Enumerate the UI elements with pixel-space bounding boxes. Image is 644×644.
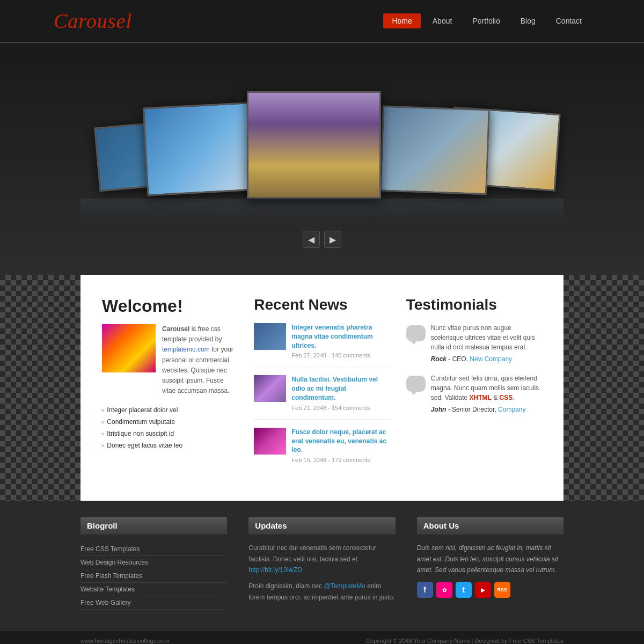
updates-text-pre: Curabitur nec dui venenatis sem consecte…	[248, 544, 376, 562]
updates-link-1[interactable]: http://bit.ly/13IwZO	[248, 566, 302, 574]
updates-section: Updates Curabitur nec dui venenatis sem …	[248, 517, 395, 610]
nav-home[interactable]: Home	[383, 13, 420, 28]
facebook-icon[interactable]: f	[417, 582, 433, 598]
author-role-2: Senior Director	[452, 406, 494, 413]
author-company-2[interactable]: Company	[498, 406, 525, 413]
arrow-icon-4: ›	[102, 443, 104, 449]
carousel-reflection	[80, 199, 564, 220]
news-thumb-2	[254, 375, 286, 402]
footer-copyright: Copyright © 2048 Your Company Name | Des…	[366, 638, 564, 644]
updates-text-2: Proin dignissim, diam nec @TemplateMo en…	[248, 581, 395, 603]
news-content-3: Fusce dolor neque, placerat ac erat vene…	[291, 428, 390, 463]
welcome-link-2: › Condimentum vulputate	[102, 416, 238, 428]
welcome-link-4: › Donec eget lacus vitae leo	[102, 440, 238, 451]
welcome-link-text-2[interactable]: Condimentum vulputate	[107, 418, 175, 426]
logo[interactable]: Carousel	[54, 9, 132, 33]
news-content-2: Nulla facilisi. Vestibulum vel odio ac m…	[291, 375, 390, 411]
xhtml-highlight: XHTML	[469, 394, 491, 401]
news-thumb-3	[254, 428, 286, 455]
testimonial-1: Nunc vitae purus non augue scelerisque u…	[406, 323, 542, 363]
carousel-image-4	[379, 106, 489, 195]
footer-bottom: www.heritagechristiancollege.com Copyrig…	[0, 631, 644, 644]
news-meta-1: Feb 27, 2048 - 140 comments	[291, 352, 390, 358]
news-item-3: Fusce dolor neque, placerat ac erat vene…	[254, 428, 390, 471]
checker-right	[564, 275, 644, 501]
main-nav: Home About Portfolio Blog Contact	[383, 13, 590, 28]
news-link-3[interactable]: Fusce dolor neque, placerat ac erat vene…	[291, 428, 386, 454]
amp-text: &	[492, 394, 500, 401]
blogroll-link-3[interactable]: Free Flash Templates	[80, 569, 227, 583]
recent-news-title: Recent News	[254, 296, 390, 313]
updates-link-2[interactable]: @TemplateMo	[324, 582, 365, 590]
welcome-links: › Integer placerat dolor vel › Condiment…	[102, 404, 238, 451]
news-thumb-1	[254, 323, 286, 350]
nav-about[interactable]: About	[424, 13, 461, 28]
arrow-icon-3: ›	[102, 431, 104, 437]
author-name-2: John	[431, 406, 447, 413]
welcome-title: Welcome!	[102, 296, 238, 316]
about-text: Duis sem nisl, dignissim ac feugiat in, …	[417, 543, 564, 575]
blogroll-link-1[interactable]: Free CSS Templates	[80, 543, 227, 556]
welcome-link[interactable]: templatemo.com	[162, 346, 210, 353]
welcome-text: Carousel is free css template provided b…	[162, 324, 238, 396]
recent-news-column: Recent News Integer venenatis pharetra m…	[254, 296, 390, 479]
youtube-icon[interactable]: ▶	[475, 582, 491, 598]
footer-top: Blogroll Free CSS Templates Web Design R…	[80, 517, 564, 620]
welcome-link-text-1[interactable]: Integer placerat dolor vel	[107, 406, 178, 414]
author-role-1: CEO	[452, 355, 466, 363]
testimonial-content-1: Nunc vitae purus non augue scelerisque u…	[431, 323, 542, 363]
testimonial-author-2: John - Senior Director, Company	[431, 406, 542, 413]
carousel-image-center	[247, 91, 381, 199]
speech-icon-1	[406, 325, 426, 341]
carousel-image-2	[143, 102, 260, 196]
news-item-1: Integer venenatis pharetra magna vitae c…	[254, 323, 390, 367]
updates-text-1: Curabitur nec dui venenatis sem consecte…	[248, 543, 395, 575]
author-company-1[interactable]: New Company	[470, 355, 512, 363]
news-content-1: Integer venenatis pharetra magna vitae c…	[291, 323, 390, 358]
carousel-section: ◀ ▶	[0, 43, 644, 275]
carousel-next-button[interactable]: ▶	[324, 231, 341, 248]
welcome-link-1: › Integer placerat dolor vel	[102, 404, 238, 416]
about-section: About Us Duis sem nisl, dignissim ac feu…	[417, 517, 564, 610]
testimonial-post-text: .	[513, 394, 514, 401]
testimonials-column: Testimonials Nunc vitae purus non augue …	[406, 296, 542, 479]
updates-text-2-pre: Proin dignissim, diam nec	[248, 582, 324, 590]
testimonial-text-1: Nunc vitae purus non augue scelerisque u…	[431, 323, 542, 352]
news-link-1[interactable]: Integer venenatis pharetra magna vitae c…	[291, 324, 372, 349]
welcome-link-text-4[interactable]: Donec eget lacus vitae leo	[107, 442, 182, 449]
header: Carousel Home About Portfolio Blog Conta…	[0, 0, 644, 43]
welcome-image	[102, 324, 156, 372]
nav-blog[interactable]: Blog	[512, 13, 544, 28]
twitter-icon[interactable]: t	[456, 582, 472, 598]
about-title: About Us	[417, 517, 564, 535]
testimonials-title: Testimonials	[406, 296, 542, 313]
nav-portfolio[interactable]: Portfolio	[464, 13, 508, 28]
flickr-icon[interactable]: ✿	[436, 582, 452, 598]
blogroll-link-4[interactable]: Website Templates	[80, 583, 227, 596]
news-link-2[interactable]: Nulla facilisi. Vestibulum vel odio ac m…	[291, 376, 378, 401]
blogroll-title: Blogroll	[80, 517, 227, 535]
welcome-column: Welcome! Carousel is free css template p…	[102, 296, 238, 479]
footer-url: www.heritagechristiancollege.com	[80, 638, 170, 644]
carousel-controls: ◀ ▶	[0, 231, 644, 248]
carousel-wrapper	[80, 59, 564, 199]
blogroll-link-2[interactable]: Web Design Resources	[80, 556, 227, 569]
speech-icon-2	[406, 376, 426, 392]
nav-contact[interactable]: Contact	[547, 13, 590, 28]
main-content: Welcome! Carousel is free css template p…	[80, 275, 564, 501]
css-highlight: CSS	[499, 394, 513, 401]
author-name-1: Rock	[431, 355, 447, 363]
testimonial-author-1: Rock - CEO, New Company	[431, 355, 542, 363]
testimonial-content-2: Curabitur sed felis urna, quis eleifend …	[431, 374, 542, 413]
testimonial-2: Curabitur sed felis urna, quis eleifend …	[406, 374, 542, 413]
arrow-icon-1: ›	[102, 407, 104, 413]
welcome-link-3: › Itristique non suscipit id	[102, 428, 238, 440]
rss-icon[interactable]: RSS	[494, 582, 510, 598]
carousel-prev-button[interactable]: ◀	[303, 231, 320, 248]
news-item-2: Nulla facilisi. Vestibulum vel odio ac m…	[254, 375, 390, 419]
footer: Blogroll Free CSS Templates Web Design R…	[0, 501, 644, 644]
welcome-brand: Carousel	[162, 325, 189, 333]
news-meta-3: Feb 15, 2048 - 179 comments	[291, 457, 390, 463]
blogroll-link-5[interactable]: Free Web Gallery	[80, 596, 227, 610]
welcome-link-text-3[interactable]: Itristique non suscipit id	[107, 430, 174, 437]
